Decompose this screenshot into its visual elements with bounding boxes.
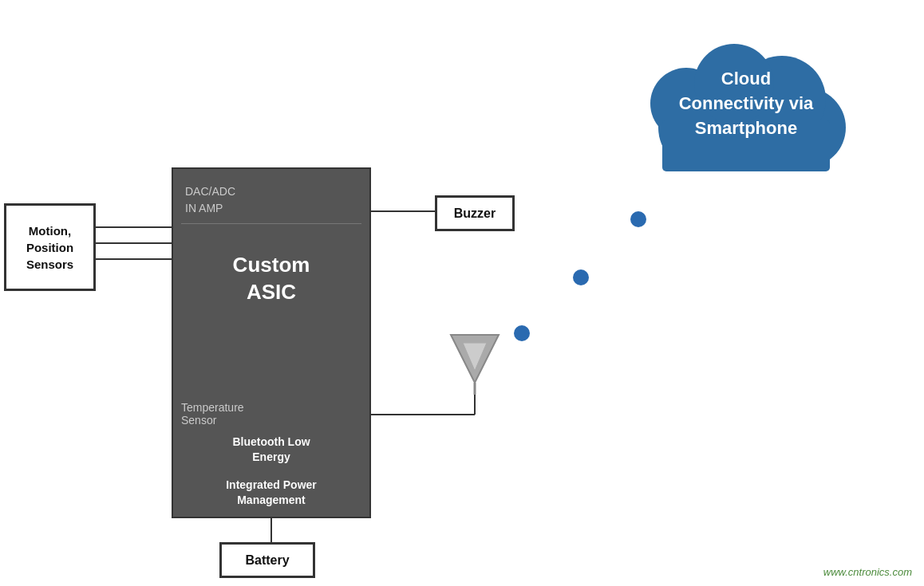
dac-adc-label: DAC/ADCIN AMP xyxy=(185,183,357,217)
sensors-box: Motion, Position Sensors xyxy=(4,203,96,291)
temp-sensor-label: TemperatureSensor xyxy=(181,401,361,427)
asic-box: DAC/ADCIN AMP Custom ASIC TemperatureSen… xyxy=(172,167,371,518)
ble-dot-1 xyxy=(514,325,530,341)
cloud-text: Cloud Connectivity via Smartphone xyxy=(679,67,814,140)
asic-bottom: TemperatureSensor Bluetooth Low Energy I… xyxy=(181,393,361,509)
battery-box: Battery xyxy=(219,542,315,578)
cloud-line2: Connectivity via xyxy=(679,93,814,113)
cloud-line1: Cloud xyxy=(721,69,771,88)
antenna-symbol xyxy=(443,331,507,398)
ble-dot-3 xyxy=(630,211,646,227)
asic-title: Custom ASIC xyxy=(181,252,361,306)
ble-dot-2 xyxy=(573,269,589,285)
buzzer-box: Buzzer xyxy=(435,195,515,231)
battery-label: Battery xyxy=(245,553,289,568)
watermark: www.cntronics.com xyxy=(823,566,912,578)
ipm-label: Integrated Power Management xyxy=(181,478,361,509)
sensors-label: Motion, Position Sensors xyxy=(26,222,73,273)
cloud-shape: Cloud Connectivity via Smartphone xyxy=(622,24,870,183)
ble-label: Bluetooth Low Energy xyxy=(181,435,361,466)
buzzer-label: Buzzer xyxy=(454,206,496,221)
asic-top: DAC/ADCIN AMP xyxy=(181,177,361,224)
cloud-line3: Smartphone xyxy=(695,117,797,137)
